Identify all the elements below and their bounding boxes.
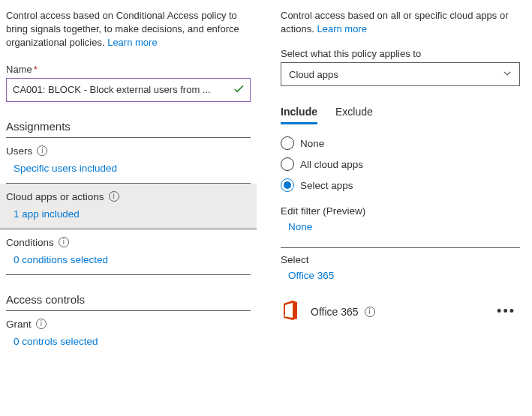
edit-filter-value-link[interactable]: None [281, 221, 520, 232]
cloud-apps-detail-panel: Control access based on all or specific … [263, 0, 532, 416]
info-icon[interactable]: i [36, 319, 47, 329]
access-controls-section-title: Access controls [6, 293, 251, 311]
chevron-down-icon [503, 69, 512, 79]
app-name: Office 365 i [311, 306, 375, 318]
assignments-section-title: Assignments [6, 120, 251, 138]
select-section: Select Office 365 Office 365 i ••• [281, 247, 520, 327]
conditions-header[interactable]: Conditions i [6, 237, 251, 248]
app-name-text: Office 365 [311, 306, 359, 318]
name-label: Name* [6, 64, 251, 75]
users-label: Users [6, 145, 32, 157]
name-input-wrapper [6, 78, 251, 102]
policy-intro-text: Control access based on Conditional Acce… [6, 9, 251, 50]
conditions-value-link[interactable]: 0 conditions selected [6, 254, 251, 265]
info-icon[interactable]: i [59, 237, 69, 247]
cloud-apps-label: Cloud apps or actions [6, 191, 104, 202]
radio-icon [281, 178, 294, 192]
cloud-apps-header[interactable]: Cloud apps or actions i [6, 191, 251, 202]
learn-more-link[interactable]: Learn more [317, 23, 366, 34]
applies-to-label: Select what this policy applies to [281, 48, 520, 59]
radio-icon [281, 157, 294, 171]
tab-exclude[interactable]: Exclude [335, 106, 373, 124]
required-asterisk: * [34, 64, 38, 75]
info-icon[interactable]: i [109, 191, 119, 202]
radio-select-label: Select apps [300, 180, 353, 191]
radio-all-label: All cloud apps [300, 159, 363, 170]
policy-name-input[interactable] [6, 78, 251, 102]
applies-to-dropdown[interactable]: Cloud apps [281, 62, 520, 86]
select-label: Select [281, 254, 520, 265]
grant-value-link[interactable]: 0 controls selected [6, 336, 251, 347]
edit-filter-label: Edit filter (Preview) [281, 205, 520, 217]
checkmark-icon [233, 83, 245, 97]
radio-none-label: None [300, 138, 324, 149]
more-options-button[interactable]: ••• [492, 304, 520, 319]
office365-icon [281, 299, 300, 324]
cloud-intro-text: Control access based on all or specific … [281, 10, 509, 34]
radio-all-cloud-apps[interactable]: All cloud apps [281, 157, 520, 171]
assignment-users[interactable]: Users i Specific users included [6, 138, 251, 184]
radio-icon [281, 136, 294, 150]
grant-label: Grant [6, 319, 32, 330]
include-radio-group: None All cloud apps Select apps [281, 136, 520, 192]
select-value-link[interactable]: Office 365 [281, 270, 520, 281]
access-grant[interactable]: Grant i 0 controls selected [6, 311, 251, 356]
users-value-link[interactable]: Specific users included [6, 163, 251, 174]
users-header[interactable]: Users i [6, 145, 251, 157]
tab-include[interactable]: Include [281, 106, 317, 124]
applies-to-value: Cloud apps [289, 69, 338, 80]
assignment-cloud-apps[interactable]: Cloud apps or actions i 1 app included [0, 184, 257, 229]
assignment-conditions[interactable]: Conditions i 0 conditions selected [6, 229, 251, 275]
learn-more-link[interactable]: Learn more [107, 37, 157, 48]
info-icon[interactable]: i [37, 145, 47, 156]
grant-header[interactable]: Grant i [6, 319, 251, 330]
cloud-apps-intro: Control access based on all or specific … [281, 9, 520, 36]
name-label-text: Name [6, 64, 32, 75]
cloud-apps-value-link[interactable]: 1 app included [6, 208, 251, 220]
radio-select-apps[interactable]: Select apps [281, 178, 520, 192]
radio-none[interactable]: None [281, 136, 520, 150]
info-icon[interactable]: i [365, 307, 375, 317]
policy-config-panel: Control access based on Conditional Acce… [0, 0, 263, 416]
conditions-label: Conditions [6, 237, 54, 248]
selected-app-row[interactable]: Office 365 i ••• [281, 296, 520, 327]
include-exclude-tabs: Include Exclude [281, 106, 520, 124]
